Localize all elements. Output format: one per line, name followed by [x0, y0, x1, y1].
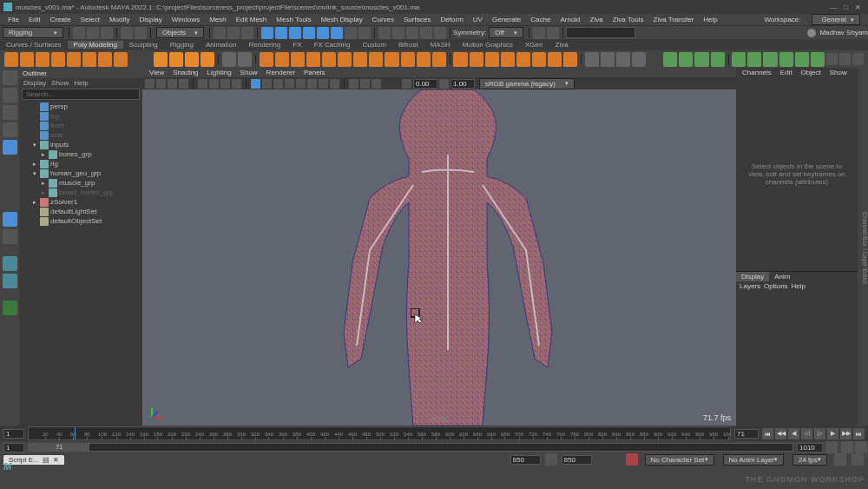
- shelf-pencil-icon[interactable]: [169, 52, 183, 67]
- shelf-poly-platonic-icon[interactable]: [114, 52, 128, 67]
- select-by-hierarchy-icon[interactable]: [214, 27, 226, 39]
- command-input[interactable]: [566, 27, 635, 38]
- tab-custom[interactable]: Custom: [356, 41, 392, 49]
- menu-surfaces[interactable]: Surfaces: [399, 16, 436, 23]
- layout-four-icon[interactable]: [3, 229, 17, 244]
- anim-end-input[interactable]: [562, 455, 592, 465]
- shelf-poly-sphere-icon[interactable]: [4, 52, 18, 67]
- user-name[interactable]: Madhav Shyam: [819, 29, 868, 36]
- vp-isolate-icon[interactable]: [349, 79, 358, 89]
- range-lock-icon[interactable]: [545, 453, 557, 466]
- save-scene-icon[interactable]: [101, 27, 113, 39]
- new-scene-icon[interactable]: [73, 27, 85, 39]
- vp-select-camera-icon[interactable]: [145, 79, 155, 89]
- shelf-insert-loop-icon[interactable]: [322, 52, 336, 67]
- tab-motiongraphics[interactable]: Motion Graphics: [457, 41, 519, 49]
- menu-curves[interactable]: Curves: [368, 16, 398, 23]
- tab-curves[interactable]: Curves / Surfaces: [0, 41, 68, 49]
- shelf-quad-draw-icon[interactable]: [470, 52, 483, 67]
- shelf-ziva-8-icon[interactable]: [779, 52, 793, 67]
- menu-meshdisplay[interactable]: Mesh Display: [317, 16, 367, 23]
- shelf-target-weld-icon[interactable]: [353, 52, 367, 67]
- outliner-menu-show[interactable]: Show: [51, 79, 69, 87]
- menu-uv[interactable]: UV: [469, 16, 487, 23]
- outliner-menu-display[interactable]: Display: [23, 79, 46, 87]
- menu-help[interactable]: Help: [699, 16, 721, 23]
- shelf-ziva-1-icon[interactable]: [663, 52, 677, 67]
- outliner-menu-help[interactable]: Help: [74, 79, 88, 87]
- tree-item[interactable]: defaultObjectSet: [19, 216, 142, 226]
- menu-deform[interactable]: Deform: [437, 16, 468, 23]
- select-joints-icon[interactable]: [303, 27, 315, 39]
- menu-select[interactable]: Select: [76, 16, 104, 23]
- vp-film-gate-icon[interactable]: [209, 79, 219, 89]
- shelf-layout-2-icon[interactable]: [839, 53, 851, 65]
- shelf-merge-icon[interactable]: [369, 52, 383, 67]
- shelf-curve-tool-icon[interactable]: [154, 52, 168, 67]
- snap-live-icon[interactable]: [434, 27, 446, 39]
- vp-gamma-icon[interactable]: [439, 79, 449, 89]
- vp-bookmarks-icon[interactable]: [168, 79, 177, 89]
- time-current-input[interactable]: [734, 429, 759, 439]
- shelf-poly-cylinder-icon[interactable]: [36, 52, 49, 67]
- vp-wireframe-icon[interactable]: [251, 79, 260, 89]
- vp-colorspace-dropdown[interactable]: sRGB gamma (legacy): [479, 78, 575, 89]
- menu-windows[interactable]: Windows: [168, 16, 204, 23]
- step-fwd-key-icon[interactable]: ▶▶: [840, 428, 852, 439]
- vp-ao-icon[interactable]: [307, 79, 317, 89]
- tree-item[interactable]: ▸bones_grp: [19, 149, 142, 159]
- play-back-icon[interactable]: ◁: [801, 428, 812, 439]
- select-dynamics-icon[interactable]: [331, 27, 343, 39]
- select-mode-dropdown[interactable]: Objects: [156, 27, 204, 38]
- vp-multisample-icon[interactable]: [330, 79, 339, 89]
- tab-fxcaching[interactable]: FX Caching: [308, 41, 357, 49]
- layout-a-icon[interactable]: [3, 256, 17, 271]
- shelf-extrude-icon[interactable]: [260, 52, 273, 67]
- menu-modify[interactable]: Modify: [105, 16, 135, 23]
- shelf-smooth-icon[interactable]: [401, 52, 415, 67]
- range-slider[interactable]: 71: [28, 443, 793, 452]
- range-end-input[interactable]: [797, 443, 823, 453]
- symmetry-dropdown[interactable]: Off: [489, 27, 523, 38]
- vp-menu-panels[interactable]: Panels: [300, 69, 328, 76]
- right-sidebar-tabs[interactable]: Channel Box / Layer Editor: [858, 68, 868, 426]
- script-tab-close-icon[interactable]: ✕: [53, 456, 59, 464]
- shelf-layout-1-icon[interactable]: [826, 53, 838, 65]
- menu-edit[interactable]: Edit: [24, 16, 45, 23]
- select-curves-icon[interactable]: [275, 27, 287, 39]
- shelf-boolean-icon[interactable]: [432, 52, 446, 67]
- menu-create[interactable]: Create: [46, 16, 76, 23]
- select-surfaces-icon[interactable]: [261, 27, 273, 39]
- go-start-icon[interactable]: ⏮: [762, 428, 773, 439]
- workspace-dropdown[interactable]: General: [812, 14, 860, 25]
- vp-motion-blur-icon[interactable]: [319, 79, 328, 89]
- shelf-uv-editor-icon[interactable]: [601, 52, 615, 67]
- step-back-icon[interactable]: ◀: [788, 428, 799, 439]
- maximize-icon[interactable]: □: [844, 3, 848, 11]
- vp-image-plane-icon[interactable]: [179, 79, 188, 89]
- shelf-multicut-icon[interactable]: [338, 52, 352, 67]
- prefs-icon[interactable]: [834, 453, 846, 466]
- tree-item[interactable]: side: [19, 130, 142, 140]
- vp-textured-icon[interactable]: [273, 79, 283, 89]
- menu-zivatransfer[interactable]: Ziva Transfer: [649, 16, 699, 23]
- tree-item[interactable]: ▸rig: [19, 159, 142, 169]
- tab-xgen[interactable]: XGen: [519, 41, 549, 49]
- playback-prefs-icon[interactable]: [855, 441, 867, 453]
- layout-single-icon[interactable]: [3, 212, 17, 227]
- shelf-poly-torus-icon[interactable]: [67, 52, 81, 67]
- shelf-separate-icon[interactable]: [238, 52, 252, 67]
- shelf-combine-icon[interactable]: [222, 52, 236, 67]
- script-tab-menu-icon[interactable]: ▤: [43, 456, 49, 464]
- select-poly-icon[interactable]: [289, 27, 301, 39]
- magnify-icon[interactable]: [3, 301, 17, 315]
- shelf-uv-cylindrical-icon[interactable]: [632, 52, 646, 67]
- shelf-delete-edge-icon[interactable]: [548, 52, 562, 67]
- vp-menu-lighting[interactable]: Lighting: [204, 69, 235, 76]
- snap-point-icon[interactable]: [406, 27, 418, 39]
- tab-mash[interactable]: MASH: [424, 41, 457, 49]
- select-deformers-icon[interactable]: [317, 27, 329, 39]
- minimize-icon[interactable]: —: [830, 3, 837, 11]
- menu-arnold[interactable]: Arnold: [556, 16, 584, 23]
- menu-cache[interactable]: Cache: [526, 16, 555, 23]
